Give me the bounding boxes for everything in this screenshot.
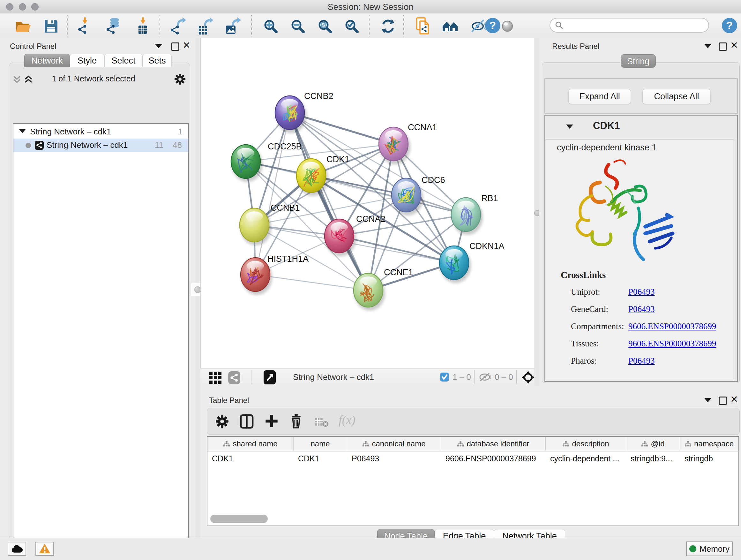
export-network-icon[interactable] [169,17,187,35]
toolbar-separator [403,15,404,37]
float-panel-icon[interactable] [719,396,727,405]
expand-all-button[interactable]: Expand All [568,89,631,104]
collection-count: 1 [173,127,183,137]
zoom-in-icon[interactable] [262,17,280,35]
collapse-entry-icon[interactable] [566,125,573,129]
column-header-@id[interactable]: @id [626,437,680,451]
save-session-icon[interactable] [42,17,60,35]
crosslink-value[interactable]: P06493 [628,304,655,314]
float-panel-icon[interactable] [171,43,179,51]
close-panel-icon[interactable]: ✕ [730,396,738,402]
tab-select[interactable]: Select [105,54,143,67]
column-header-database-identifier[interactable]: database identifier [441,437,546,451]
panel-menu-icon[interactable] [704,398,711,402]
export-image-icon[interactable] [223,17,241,35]
protein-structure-image [562,155,683,270]
grid-view-icon[interactable] [209,371,222,384]
zoom-selected-icon[interactable] [343,17,360,35]
tab-string[interactable]: String [621,54,656,68]
statusbar-separator [474,370,475,384]
import-table-icon[interactable] [133,17,151,35]
add-column-icon[interactable] [265,414,279,428]
warnings-button[interactable] [36,542,54,556]
close-panel-icon[interactable]: ✕ [730,42,738,49]
close-panel-icon[interactable]: ✕ [183,42,191,49]
tab-style[interactable]: Style [70,54,105,67]
title-bar: Session: New Session [0,0,741,13]
selected-checkbox-icon[interactable] [440,372,449,382]
results-scrollbar[interactable] [733,139,737,379]
search-field[interactable] [549,18,709,33]
render-full-graphics-icon[interactable] [498,17,516,35]
table-cell[interactable]: stringdb:9... [626,451,680,466]
fit-content-icon[interactable] [522,371,535,384]
column-label: shared name [232,439,277,448]
refresh-icon[interactable] [379,17,397,35]
open-session-icon[interactable] [14,17,32,35]
cloud-icon [11,545,23,553]
export-table-icon[interactable] [196,17,213,35]
share-file-icon[interactable] [415,17,433,35]
svg-text:?: ? [726,19,733,31]
network-icon [35,140,44,150]
crosslink-value[interactable]: P06493 [628,356,655,366]
column-header-description[interactable]: description [546,437,626,451]
table-row[interactable]: CDK1CDK1P064939606.ENSP00000378699cyclin… [207,451,738,466]
table-cell[interactable]: cyclin-dependent ... [546,451,626,466]
home-icon[interactable] [441,17,459,35]
memory-button[interactable]: Memory [686,542,733,556]
tab-network[interactable]: Network [24,54,70,67]
crosslink-value[interactable]: 9606.ENSP00000378699 [628,339,716,349]
table-cell[interactable]: CDK1 [207,451,293,466]
selected-count: 1 – 0 [453,372,471,382]
table-cell[interactable]: stringdb [680,451,738,466]
network-collection-row[interactable]: String Network – cdk1 1 [13,125,188,138]
column-type-icon [684,440,691,447]
results-panel-title: Results Panel [552,42,599,51]
float-panel-icon[interactable] [719,43,727,51]
hidden-eye-icon[interactable] [479,372,493,382]
help-icon[interactable]: ? [484,17,501,34]
column-header-canonical-name[interactable]: canonical name [347,437,441,451]
crosslink-value[interactable]: P06493 [628,287,655,297]
network-view-icon[interactable] [228,371,241,385]
cloud-status-button[interactable] [8,542,26,556]
panel-menu-icon[interactable] [704,44,711,48]
zoom-out-icon[interactable] [289,17,307,35]
show-columns-icon[interactable] [240,414,254,429]
search-icon [555,21,563,30]
window-status-bar [0,538,741,560]
zoom-fit-icon[interactable] [316,17,334,35]
column-label: @id [651,439,664,448]
node-label-CCNB2: CCNB2 [304,91,333,101]
import-network-icon[interactable] [77,17,94,35]
tab-sets[interactable]: Sets [143,54,172,67]
table-cell[interactable]: P06493 [347,451,441,466]
import-database-icon[interactable] [105,17,123,35]
expand-all-icon[interactable] [23,75,33,84]
collection-expand-icon[interactable] [19,129,25,133]
help-icon[interactable]: ? [721,17,738,34]
column-header-shared-name[interactable]: shared name [207,437,293,451]
column-header-namespace[interactable]: namespace [680,437,738,451]
node-label-CCNA1: CCNA1 [408,123,437,132]
node-label-HIST1H1A: HIST1H1A [267,254,309,264]
collapse-all-icon[interactable] [12,75,22,84]
crosslink-value[interactable]: 9606.ENSP00000378699 [628,321,716,331]
table-cell[interactable]: 9606.ENSP00000378699 [441,451,546,466]
column-label: database identifier [467,439,529,448]
node-count: 11 [147,140,163,150]
table-cell[interactable]: CDK1 [293,451,347,466]
search-input[interactable] [563,20,702,30]
network-canvas[interactable]: CCNB2CCNA1CDC25BCDK1CDC6RB1CCNB1CCNA2CDK… [200,38,535,368]
table-horizontal-scrollbar[interactable] [210,515,268,523]
network-options-gear-icon[interactable] [174,73,186,85]
collapse-all-button[interactable]: Collapse All [643,89,711,104]
network-row-selected[interactable]: String Network – cdk1 11 48 [13,138,188,152]
delete-column-icon[interactable] [289,414,303,429]
table-options-gear-icon[interactable] [215,415,229,428]
memory-status-dot [689,545,696,552]
detach-view-icon[interactable] [263,370,276,385]
column-header-name[interactable]: name [293,437,347,451]
panel-menu-icon[interactable] [155,44,162,48]
